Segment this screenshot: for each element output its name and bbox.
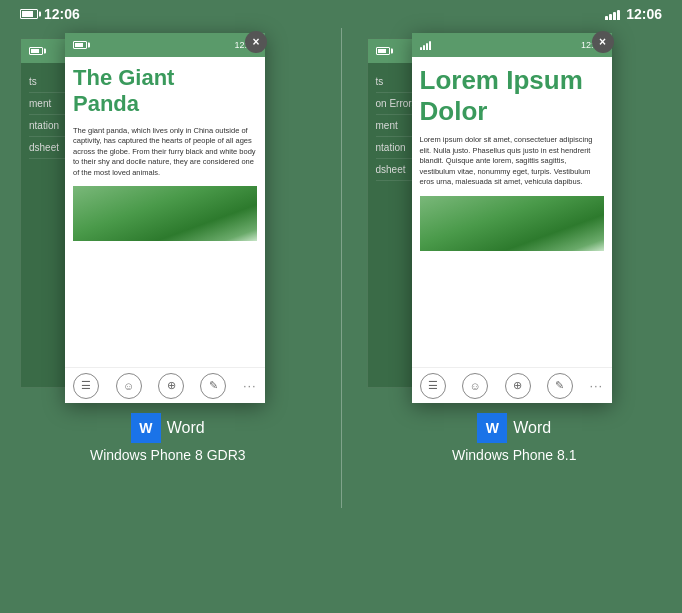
time-left: 12:06 — [44, 6, 80, 22]
main-content: 12:06 ts ment ntation dsheet ··· × 12:06… — [0, 28, 682, 613]
right-word-text: Word — [513, 419, 551, 437]
toolbar-pencil-icon-left[interactable]: ✎ — [200, 373, 226, 399]
right-word-icon-letter: W — [486, 420, 499, 436]
left-doc-body: The giant panda, which lives only in Chi… — [65, 122, 265, 183]
left-title-line2: Panda — [73, 91, 139, 116]
time-right: 12:06 — [626, 6, 662, 22]
status-left: 12:06 — [20, 6, 80, 22]
left-title-line1: The Giant — [73, 65, 174, 90]
right-word-icon: W — [477, 413, 507, 443]
left-close-button[interactable]: × — [245, 31, 267, 53]
bg-battery-icon-right — [376, 47, 390, 55]
left-fg-phone: × 12:06 The Giant Panda The giant panda,… — [65, 33, 265, 403]
fg-battery-left — [73, 41, 87, 49]
fg-signal-right — [420, 40, 431, 50]
right-fg-phone-bar: 12:06 — [412, 33, 612, 57]
toolbar-more-left[interactable]: ··· — [243, 378, 257, 393]
section-divider — [341, 28, 342, 508]
bg-battery-icon-left — [29, 47, 43, 55]
left-doc-image — [73, 186, 257, 241]
left-doc-title: The Giant Panda — [65, 57, 265, 122]
right-title-line1: Lorem Ipsum — [420, 65, 583, 95]
toolbar-more-right[interactable]: ··· — [589, 378, 603, 393]
battery-icon — [20, 9, 38, 19]
toolbar-search-icon-right[interactable]: ⊕ — [505, 373, 531, 399]
right-phone-toolbar: ☰ ☺ ⊕ ✎ ··· — [412, 367, 612, 403]
signal-icon — [605, 8, 620, 20]
toolbar-pencil-icon-right[interactable]: ✎ — [547, 373, 573, 399]
toolbar-smiley-icon-right[interactable]: ☺ — [462, 373, 488, 399]
left-phone-toolbar: ☰ ☺ ⊕ ✎ ··· — [65, 367, 265, 403]
left-word-icon-letter: W — [139, 420, 152, 436]
right-caption: Windows Phone 8.1 — [452, 447, 577, 463]
right-doc-body: Lorem ipsum dolor sit amet, consectetuer… — [412, 131, 612, 192]
top-status-bar: 12:06 12:06 — [0, 0, 682, 28]
right-doc-image — [420, 196, 604, 251]
status-right: 12:06 — [605, 6, 662, 22]
left-word-icon: W — [131, 413, 161, 443]
toolbar-search-icon-left[interactable]: ⊕ — [158, 373, 184, 399]
right-word-label: W Word — [477, 413, 551, 443]
left-caption: Windows Phone 8 GDR3 — [90, 447, 246, 463]
left-word-text: Word — [167, 419, 205, 437]
left-word-label: W Word — [131, 413, 205, 443]
right-doc-title: Lorem Ipsum Dolor — [412, 57, 612, 131]
right-fg-phone: × 12:06 Lorem Ipsum Dolor Lorem ipsum do… — [412, 33, 612, 403]
right-phone-section: 12:06 ts on Errors ment ntation dsheet ·… — [357, 28, 673, 613]
toolbar-smiley-icon-left[interactable]: ☺ — [116, 373, 142, 399]
right-close-button[interactable]: × — [592, 31, 614, 53]
left-fg-phone-bar: 12:06 — [65, 33, 265, 57]
left-phone-section: 12:06 ts ment ntation dsheet ··· × 12:06… — [10, 28, 326, 613]
toolbar-list-icon-right[interactable]: ☰ — [420, 373, 446, 399]
toolbar-list-icon-left[interactable]: ☰ — [73, 373, 99, 399]
right-title-line2: Dolor — [420, 96, 488, 126]
